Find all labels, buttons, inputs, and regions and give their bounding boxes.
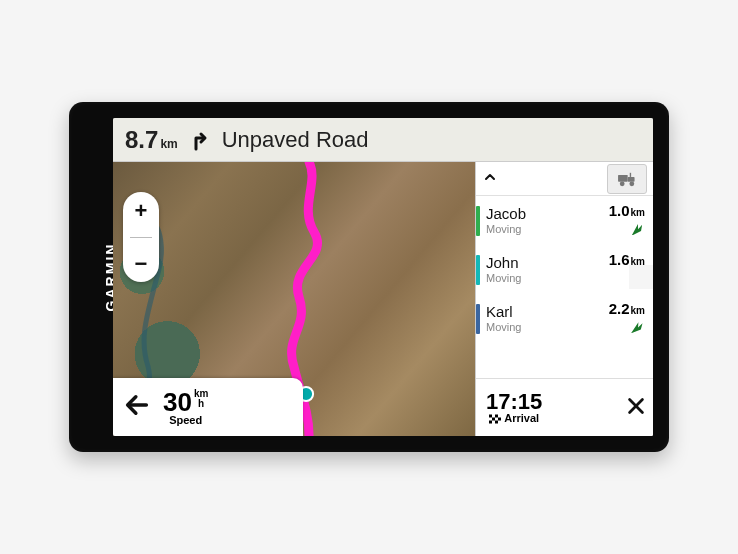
panel-header bbox=[476, 162, 653, 196]
rider-distance: 2.2km bbox=[609, 300, 645, 317]
device-screen: 8.7 km Unpaved Road bbox=[113, 118, 653, 436]
chevron-up-icon[interactable] bbox=[482, 169, 498, 189]
distance-value: 8.7 bbox=[125, 126, 158, 154]
zoom-in-button[interactable]: + bbox=[135, 200, 148, 222]
speed-unit: km h bbox=[194, 389, 208, 409]
turn-right-icon bbox=[188, 128, 212, 152]
rider-name: Karl bbox=[486, 304, 521, 321]
next-turn-distance: 8.7 km bbox=[125, 126, 178, 154]
bottom-left-panel: 30 km h Speed bbox=[113, 378, 303, 436]
arrival-readout[interactable]: 17:15 Arrival bbox=[486, 391, 542, 424]
svg-rect-7 bbox=[495, 414, 498, 417]
device-shadow bbox=[89, 492, 649, 510]
bearing-arrow-icon bbox=[627, 319, 645, 337]
rider-stripe bbox=[476, 206, 480, 236]
bottom-right-panel: 17:15 Arrival bbox=[476, 378, 653, 436]
rider-row[interactable]: KarlMoving2.2km bbox=[476, 294, 653, 343]
rider-status: Moving bbox=[486, 223, 526, 235]
svg-rect-10 bbox=[489, 420, 492, 423]
arrival-time: 17:15 bbox=[486, 391, 542, 413]
speed-label: Speed bbox=[169, 415, 202, 426]
svg-rect-1 bbox=[618, 174, 628, 181]
svg-point-3 bbox=[620, 181, 625, 186]
navigation-top-bar[interactable]: 8.7 km Unpaved Road bbox=[113, 118, 653, 162]
rider-row[interactable]: JohnMoving1.6km bbox=[476, 245, 653, 294]
riders-list: JacobMoving1.0kmJohnMoving1.6kmKarlMovin… bbox=[476, 196, 653, 378]
svg-rect-11 bbox=[495, 420, 498, 423]
rider-stripe bbox=[476, 304, 480, 334]
rider-distance: 1.6km bbox=[609, 251, 645, 268]
side-panel: JacobMoving1.0kmJohnMoving1.6kmKarlMovin… bbox=[475, 162, 653, 436]
close-button[interactable] bbox=[625, 395, 647, 421]
bearing-arrow-icon bbox=[627, 270, 645, 288]
map-view[interactable]: + − 30 bbox=[113, 162, 475, 436]
zoom-divider bbox=[130, 237, 152, 238]
zoom-out-button[interactable]: − bbox=[135, 253, 148, 275]
distance-unit: km bbox=[160, 137, 177, 151]
rider-name: Jacob bbox=[486, 206, 526, 223]
bearing-arrow-icon bbox=[627, 221, 645, 239]
rider-distance: 1.0km bbox=[609, 202, 645, 219]
svg-point-4 bbox=[629, 181, 634, 186]
zoom-control: + − bbox=[123, 192, 159, 282]
road-name: Unpaved Road bbox=[222, 127, 369, 153]
speed-value: 30 bbox=[163, 389, 192, 415]
speed-readout[interactable]: 30 km h Speed bbox=[163, 389, 208, 426]
arrival-label: Arrival bbox=[489, 413, 539, 424]
svg-rect-8 bbox=[492, 417, 495, 420]
vehicle-mode-tile[interactable] bbox=[607, 164, 647, 194]
svg-rect-2 bbox=[628, 176, 635, 181]
svg-rect-9 bbox=[498, 417, 501, 420]
rider-row[interactable]: JacobMoving1.0km bbox=[476, 196, 653, 245]
back-button[interactable] bbox=[123, 391, 151, 423]
content-area: + − 30 bbox=[113, 162, 653, 436]
rider-stripe bbox=[476, 255, 480, 285]
svg-rect-5 bbox=[630, 172, 631, 176]
rider-name: John bbox=[486, 255, 521, 272]
offroad-vehicle-icon bbox=[616, 169, 638, 189]
rider-status: Moving bbox=[486, 321, 521, 333]
gps-device-bezel: GARMIN 8.7 km Unpaved Road bbox=[69, 102, 669, 452]
svg-rect-6 bbox=[489, 414, 492, 417]
rider-status: Moving bbox=[486, 272, 521, 284]
checkered-flag-icon bbox=[489, 414, 501, 424]
